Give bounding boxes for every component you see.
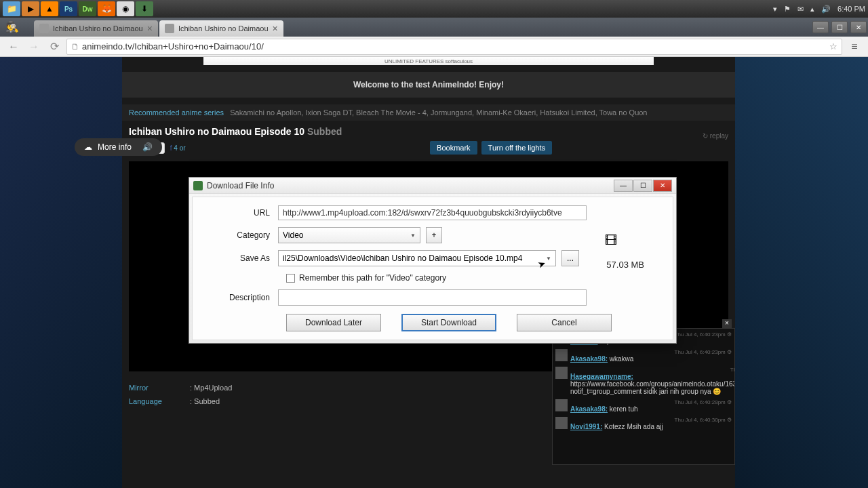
tray-up-icon[interactable]: ▴ xyxy=(810,5,814,14)
avatar xyxy=(555,417,568,429)
chat-time: Thu Jul 4, 6:40:24pm ⚙ xyxy=(570,367,734,373)
add-category-button[interactable]: + xyxy=(426,227,442,243)
description-input[interactable] xyxy=(278,289,587,306)
forward-button[interactable]: → xyxy=(26,39,42,55)
chat-username[interactable]: Novi1991: xyxy=(570,423,602,430)
browser-tabbar: 🕵️ Ichiban Ushiro no Daimaou × Ichiban U… xyxy=(0,18,868,37)
chrome-icon[interactable]: ◉ xyxy=(117,1,134,16)
recommended-bar: Recommended anime series Sakamichi no Ap… xyxy=(122,104,735,121)
finder-icon[interactable]: 📁 xyxy=(3,1,20,16)
tab-title: Ichiban Ushiro no Daimaou xyxy=(53,24,143,33)
dialog-titlebar[interactable]: Download File Info — ☐ ✕ xyxy=(189,178,676,194)
page-icon: 🗋 xyxy=(71,42,79,52)
description-label: Description xyxy=(203,293,278,302)
chat-username[interactable]: Akasaka98: xyxy=(570,405,608,413)
tab-favicon-icon xyxy=(165,24,174,33)
avatar xyxy=(555,399,568,411)
system-clock: 6:40 PM xyxy=(837,5,865,13)
window-maximize-button[interactable]: ☐ xyxy=(831,21,848,33)
url-text: animeindo.tv/Ichiban+Ushiro+no+Daimaou/1… xyxy=(82,41,264,52)
welcome-message: Welcome to the test AnimeIndo! Enjoy! xyxy=(122,72,735,98)
browse-button[interactable]: ... xyxy=(561,250,579,266)
background-art-left xyxy=(0,57,122,488)
back-button[interactable]: ← xyxy=(5,39,22,55)
cloud-icon: ☁ xyxy=(84,142,92,152)
browser-toolbar: ← → ⟳ 🗋 animeindo.tv/Ichiban+Ushiro+no+D… xyxy=(0,37,868,57)
idm-icon[interactable]: ⬇ xyxy=(136,1,153,16)
avatar xyxy=(555,367,568,379)
chat-message: Thu Jul 4, 6:40:24pm ⚙ Hasegawamyname: h… xyxy=(555,367,732,395)
firefox-icon[interactable]: 🦊 xyxy=(98,1,115,16)
chat-username[interactable]: Hasegawamyname: xyxy=(570,373,633,380)
category-label: Category xyxy=(203,230,278,240)
file-size: 57.03 MB xyxy=(606,260,644,270)
lights-button[interactable]: Turn off the lights xyxy=(481,141,552,155)
chat-text: Kotezz Msih ada ajj xyxy=(604,423,663,430)
app-icon[interactable]: ▶ xyxy=(22,1,39,16)
remember-label: Remember this path for "Video" category xyxy=(299,273,446,283)
like-count: f 4 or xyxy=(170,144,186,152)
chat-time: Thu Jul 4, 6:40:28pm ⚙ xyxy=(570,399,732,405)
mirror-label: Mirror xyxy=(129,384,176,394)
cancel-button[interactable]: Cancel xyxy=(517,314,612,331)
download-dialog: Download File Info — ☐ ✕ URL Category Vi… xyxy=(189,177,677,344)
chat-text: wkakwa xyxy=(610,355,634,363)
address-bar[interactable]: 🗋 animeindo.tv/Ichiban+Ushiro+no+Daimaou… xyxy=(66,39,842,55)
chat-text: https://www.facebook.com/groups/animeind… xyxy=(570,380,734,395)
ad-banner[interactable]: UNLIMITED FEATURES softaculous xyxy=(203,57,654,65)
chat-username[interactable]: Akasaka98: xyxy=(570,355,608,363)
tab-close-icon[interactable]: × xyxy=(147,23,153,34)
video-title: Ichiban Ushiro no Daimaou Episode 10 Sub… xyxy=(129,126,552,137)
recommended-list[interactable]: Sakamichi no Apollon, Ixion Saga DT, Ble… xyxy=(230,108,647,117)
chat-message: Thu Jul 4, 6:40:28pm ⚙ Akasaka98: keren … xyxy=(555,399,732,413)
vlc-icon[interactable]: ▲ xyxy=(41,1,58,16)
reload-button[interactable]: ⟳ xyxy=(46,39,62,55)
tray-icon[interactable]: ⚑ xyxy=(784,5,791,14)
dialog-maximize-button[interactable]: ☐ xyxy=(633,180,652,192)
tray-volume-icon[interactable]: 🔊 xyxy=(821,5,831,14)
browser-menu-icon[interactable]: ≡ xyxy=(846,41,863,53)
tab-favicon-icon xyxy=(39,24,49,33)
recommended-label: Recommended anime series xyxy=(129,108,224,117)
chat-widget: × Thu Jul 4, 6:40:23pm ⚙ Kotezzz: di pin… xyxy=(552,328,735,465)
bookmark-button[interactable]: Bookmark xyxy=(430,141,477,155)
dialog-close-button[interactable]: ✕ xyxy=(653,180,672,192)
chat-time: Thu Jul 4, 6:40:30pm ⚙ xyxy=(570,417,732,423)
dialog-minimize-button[interactable]: — xyxy=(614,180,633,192)
chat-message: Thu Jul 4, 6:40:30pm ⚙ Novi1991: Kotezz … xyxy=(555,417,732,430)
replay-button[interactable]: ↻ replay xyxy=(703,132,728,140)
language-value: : Subbed xyxy=(190,397,220,405)
language-label: Language xyxy=(129,397,176,405)
mirror-value: : Mp4Upload xyxy=(190,384,232,394)
bookmark-star-icon[interactable]: ☆ xyxy=(829,41,837,52)
window-minimize-button[interactable]: — xyxy=(812,21,829,33)
download-later-button[interactable]: Download Later xyxy=(286,314,381,331)
avatar xyxy=(555,349,568,361)
chat-time: Thu Jul 4, 6:40:23pm ⚙ xyxy=(570,349,732,355)
remember-path-checkbox[interactable] xyxy=(286,274,295,283)
window-close-button[interactable]: ✕ xyxy=(850,21,867,33)
browser-tab-active[interactable]: Ichiban Ushiro no Daimaou × xyxy=(159,20,283,37)
incognito-icon: 🕵️ xyxy=(5,20,19,33)
tray-mail-icon[interactable]: ✉ xyxy=(797,5,804,14)
photoshop-icon[interactable]: Ps xyxy=(60,1,77,16)
chat-close-icon[interactable]: × xyxy=(722,319,732,329)
saveas-input[interactable]: il25\Downloads\Video\Ichiban Ushiro no D… xyxy=(278,250,556,266)
url-input[interactable] xyxy=(278,205,587,220)
tab-close-icon[interactable]: × xyxy=(273,23,278,34)
background-art-right xyxy=(732,57,868,488)
browser-tab[interactable]: Ichiban Ushiro no Daimaou × xyxy=(34,20,158,37)
url-label: URL xyxy=(203,208,278,218)
idm-app-icon xyxy=(193,181,203,190)
dialog-title: Download File Info xyxy=(207,181,274,190)
chat-text: keren tuh xyxy=(610,405,638,413)
start-download-button[interactable]: Start Download xyxy=(401,314,496,331)
system-taskbar: 📁 ▶ ▲ Ps Dw 🦊 ◉ ⬇ ▾ ⚑ ✉ ▴ 🔊 6:40 PM xyxy=(0,0,868,18)
file-type-icon: 🎞 xyxy=(605,234,621,250)
chat-message: Thu Jul 4, 6:40:23pm ⚙ Akasaka98: wkakwa xyxy=(555,349,732,363)
category-select[interactable]: Video xyxy=(278,227,420,243)
more-info-button[interactable]: ☁ More info 🔊 xyxy=(75,138,162,156)
tray-dropdown-icon[interactable]: ▾ xyxy=(773,5,777,14)
saveas-label: Save As xyxy=(203,253,278,263)
dreamweaver-icon[interactable]: Dw xyxy=(79,1,96,16)
